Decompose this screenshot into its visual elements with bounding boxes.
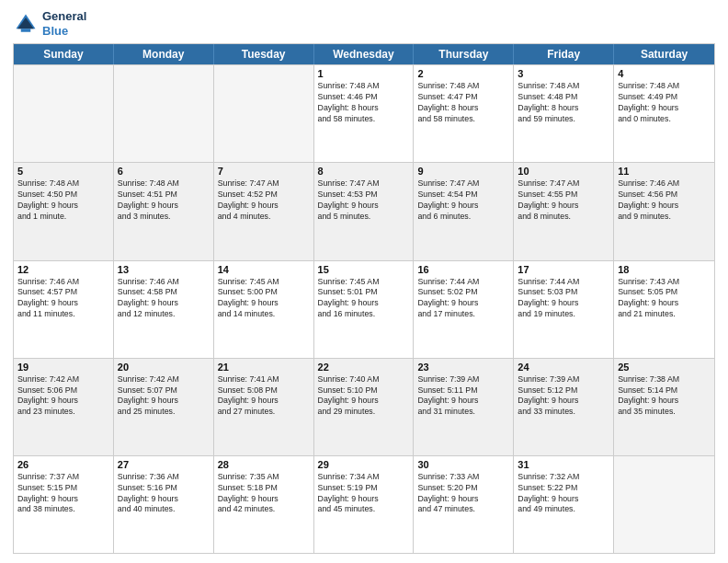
- cell-info: Sunrise: 7:48 AM Sunset: 4:47 PM Dayligh…: [417, 81, 509, 125]
- cell-info: Sunrise: 7:36 AM Sunset: 5:16 PM Dayligh…: [118, 472, 210, 516]
- calendar-body: 1Sunrise: 7:48 AM Sunset: 4:46 PM Daylig…: [14, 64, 714, 553]
- calendar-cell-5-7: [614, 456, 714, 553]
- cell-info: Sunrise: 7:48 AM Sunset: 4:46 PM Dayligh…: [318, 81, 410, 125]
- calendar-cell-2-6: 10Sunrise: 7:47 AM Sunset: 4:55 PM Dayli…: [514, 163, 614, 259]
- cell-info: Sunrise: 7:42 AM Sunset: 5:06 PM Dayligh…: [17, 374, 109, 419]
- header-day-friday: Friday: [514, 44, 614, 64]
- calendar-cell-2-7: 11Sunrise: 7:46 AM Sunset: 4:56 PM Dayli…: [614, 163, 714, 259]
- calendar: SundayMondayTuesdayWednesdayThursdayFrid…: [13, 43, 715, 554]
- calendar-cell-1-5: 2Sunrise: 7:48 AM Sunset: 4:47 PM Daylig…: [414, 65, 514, 162]
- calendar-cell-5-3: 28Sunrise: 7:35 AM Sunset: 5:18 PM Dayli…: [214, 456, 314, 553]
- day-number: 15: [318, 264, 410, 275]
- header-day-tuesday: Tuesday: [214, 44, 314, 64]
- day-number: 7: [218, 166, 310, 177]
- calendar-header: SundayMondayTuesdayWednesdayThursdayFrid…: [14, 44, 714, 64]
- header: General Blue: [13, 9, 715, 38]
- calendar-cell-1-7: 4Sunrise: 7:48 AM Sunset: 4:49 PM Daylig…: [614, 65, 714, 162]
- cell-info: Sunrise: 7:47 AM Sunset: 4:53 PM Dayligh…: [318, 178, 410, 223]
- calendar-cell-3-2: 13Sunrise: 7:46 AM Sunset: 4:58 PM Dayli…: [114, 261, 214, 358]
- cell-info: Sunrise: 7:42 AM Sunset: 5:07 PM Dayligh…: [118, 374, 210, 419]
- calendar-cell-2-4: 8Sunrise: 7:47 AM Sunset: 4:53 PM Daylig…: [314, 163, 415, 259]
- calendar-row-5: 26Sunrise: 7:37 AM Sunset: 5:15 PM Dayli…: [14, 455, 714, 553]
- header-day-saturday: Saturday: [614, 44, 714, 64]
- cell-info: Sunrise: 7:46 AM Sunset: 4:58 PM Dayligh…: [118, 277, 210, 321]
- calendar-cell-4-7: 25Sunrise: 7:38 AM Sunset: 5:14 PM Dayli…: [614, 359, 714, 455]
- day-number: 6: [118, 166, 210, 177]
- calendar-cell-4-6: 24Sunrise: 7:39 AM Sunset: 5:12 PM Dayli…: [514, 359, 614, 455]
- day-number: 26: [17, 459, 109, 470]
- calendar-cell-3-6: 17Sunrise: 7:44 AM Sunset: 5:03 PM Dayli…: [514, 261, 614, 358]
- calendar-cell-3-7: 18Sunrise: 7:43 AM Sunset: 5:05 PM Dayli…: [614, 261, 714, 358]
- calendar-cell-2-5: 9Sunrise: 7:47 AM Sunset: 4:54 PM Daylig…: [414, 163, 514, 259]
- day-number: 23: [417, 362, 509, 373]
- calendar-cell-4-1: 19Sunrise: 7:42 AM Sunset: 5:06 PM Dayli…: [14, 359, 114, 455]
- calendar-cell-5-4: 29Sunrise: 7:34 AM Sunset: 5:19 PM Dayli…: [314, 456, 415, 553]
- cell-info: Sunrise: 7:48 AM Sunset: 4:48 PM Dayligh…: [518, 81, 609, 125]
- cell-info: Sunrise: 7:37 AM Sunset: 5:15 PM Dayligh…: [17, 472, 109, 516]
- calendar-cell-2-2: 6Sunrise: 7:48 AM Sunset: 4:51 PM Daylig…: [114, 163, 214, 259]
- day-number: 3: [518, 68, 609, 79]
- cell-info: Sunrise: 7:47 AM Sunset: 4:54 PM Dayligh…: [417, 178, 509, 223]
- day-number: 19: [17, 362, 109, 373]
- day-number: 10: [518, 166, 609, 177]
- day-number: 29: [318, 459, 410, 470]
- day-number: 24: [518, 362, 609, 373]
- calendar-cell-4-5: 23Sunrise: 7:39 AM Sunset: 5:11 PM Dayli…: [414, 359, 514, 455]
- cell-info: Sunrise: 7:48 AM Sunset: 4:50 PM Dayligh…: [17, 178, 109, 223]
- calendar-cell-4-2: 20Sunrise: 7:42 AM Sunset: 5:07 PM Dayli…: [114, 359, 214, 455]
- calendar-row-3: 12Sunrise: 7:46 AM Sunset: 4:57 PM Dayli…: [14, 260, 714, 358]
- calendar-cell-1-3: [214, 65, 314, 162]
- calendar-cell-3-3: 14Sunrise: 7:45 AM Sunset: 5:00 PM Dayli…: [214, 261, 314, 358]
- calendar-row-1: 1Sunrise: 7:48 AM Sunset: 4:46 PM Daylig…: [14, 64, 714, 162]
- calendar-cell-2-1: 5Sunrise: 7:48 AM Sunset: 4:50 PM Daylig…: [14, 163, 114, 259]
- cell-info: Sunrise: 7:32 AM Sunset: 5:22 PM Dayligh…: [518, 472, 609, 516]
- day-number: 28: [218, 459, 310, 470]
- page: General Blue SundayMondayTuesdayWednesda…: [0, 0, 728, 563]
- cell-info: Sunrise: 7:46 AM Sunset: 4:56 PM Dayligh…: [618, 178, 711, 223]
- cell-info: Sunrise: 7:41 AM Sunset: 5:08 PM Dayligh…: [218, 374, 310, 419]
- cell-info: Sunrise: 7:39 AM Sunset: 5:11 PM Dayligh…: [417, 374, 509, 419]
- day-number: 9: [417, 166, 509, 177]
- day-number: 31: [518, 459, 609, 470]
- day-number: 5: [17, 166, 109, 177]
- cell-info: Sunrise: 7:38 AM Sunset: 5:14 PM Dayligh…: [618, 374, 711, 419]
- calendar-cell-5-1: 26Sunrise: 7:37 AM Sunset: 5:15 PM Dayli…: [14, 456, 114, 553]
- day-number: 1: [318, 68, 410, 79]
- day-number: 17: [518, 264, 609, 275]
- day-number: 30: [417, 459, 509, 470]
- cell-info: Sunrise: 7:33 AM Sunset: 5:20 PM Dayligh…: [417, 472, 509, 516]
- day-number: 25: [618, 362, 711, 373]
- calendar-row-4: 19Sunrise: 7:42 AM Sunset: 5:06 PM Dayli…: [14, 358, 714, 455]
- cell-info: Sunrise: 7:43 AM Sunset: 5:05 PM Dayligh…: [618, 277, 711, 321]
- cell-info: Sunrise: 7:45 AM Sunset: 5:00 PM Dayligh…: [218, 277, 310, 321]
- calendar-cell-4-3: 21Sunrise: 7:41 AM Sunset: 5:08 PM Dayli…: [214, 359, 314, 455]
- cell-info: Sunrise: 7:44 AM Sunset: 5:03 PM Dayligh…: [518, 277, 609, 321]
- header-day-monday: Monday: [114, 44, 214, 64]
- day-number: 21: [218, 362, 310, 373]
- day-number: 11: [618, 166, 711, 177]
- day-number: 4: [618, 68, 711, 79]
- day-number: 2: [417, 68, 509, 79]
- calendar-cell-5-5: 30Sunrise: 7:33 AM Sunset: 5:20 PM Dayli…: [414, 456, 514, 553]
- cell-info: Sunrise: 7:35 AM Sunset: 5:18 PM Dayligh…: [218, 472, 310, 516]
- calendar-cell-1-6: 3Sunrise: 7:48 AM Sunset: 4:48 PM Daylig…: [514, 65, 614, 162]
- cell-info: Sunrise: 7:44 AM Sunset: 5:02 PM Dayligh…: [417, 277, 509, 321]
- day-number: 20: [118, 362, 210, 373]
- logo: General Blue: [13, 9, 86, 38]
- calendar-cell-3-1: 12Sunrise: 7:46 AM Sunset: 4:57 PM Dayli…: [14, 261, 114, 358]
- calendar-cell-5-2: 27Sunrise: 7:36 AM Sunset: 5:16 PM Dayli…: [114, 456, 214, 553]
- day-number: 22: [318, 362, 410, 373]
- day-number: 18: [618, 264, 711, 275]
- cell-info: Sunrise: 7:48 AM Sunset: 4:49 PM Dayligh…: [618, 81, 711, 125]
- cell-info: Sunrise: 7:48 AM Sunset: 4:51 PM Dayligh…: [118, 178, 210, 223]
- cell-info: Sunrise: 7:45 AM Sunset: 5:01 PM Dayligh…: [318, 277, 410, 321]
- calendar-cell-3-4: 15Sunrise: 7:45 AM Sunset: 5:01 PM Dayli…: [314, 261, 415, 358]
- day-number: 12: [17, 264, 109, 275]
- day-number: 16: [417, 264, 509, 275]
- header-day-wednesday: Wednesday: [314, 44, 415, 64]
- cell-info: Sunrise: 7:47 AM Sunset: 4:55 PM Dayligh…: [518, 178, 609, 223]
- calendar-cell-3-5: 16Sunrise: 7:44 AM Sunset: 5:02 PM Dayli…: [414, 261, 514, 358]
- calendar-cell-1-2: [114, 65, 214, 162]
- day-number: 14: [218, 264, 310, 275]
- calendar-cell-1-4: 1Sunrise: 7:48 AM Sunset: 4:46 PM Daylig…: [314, 65, 415, 162]
